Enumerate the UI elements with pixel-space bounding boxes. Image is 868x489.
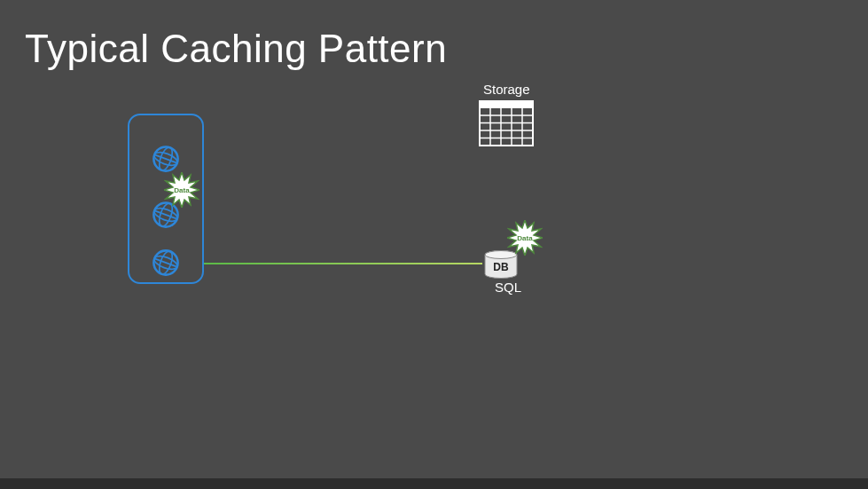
storage-table-icon	[479, 100, 534, 146]
db-text: DB	[493, 261, 509, 273]
slide-title: Typical Caching Pattern	[25, 27, 447, 71]
storage-label: Storage	[483, 82, 530, 97]
burst-label: Data	[164, 186, 199, 194]
data-burst-icon: Data	[507, 220, 543, 256]
web-node-icon	[151, 248, 181, 278]
burst-label: Data	[507, 234, 543, 242]
connector-line	[204, 263, 482, 264]
bottom-strip	[0, 478, 868, 489]
data-burst-icon: Data	[164, 172, 199, 208]
web-node-icon	[151, 144, 181, 174]
svg-rect-13	[480, 101, 533, 108]
